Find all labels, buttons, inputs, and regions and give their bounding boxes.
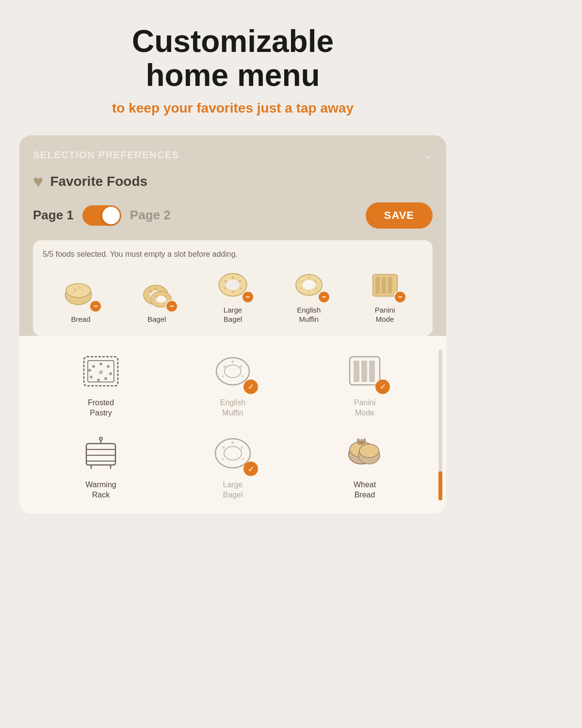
svg-point-69 xyxy=(223,447,225,449)
avail-english-muffin-label: EnglishMuffin xyxy=(220,398,245,418)
save-button[interactable]: SAVE xyxy=(366,202,433,229)
svg-point-70 xyxy=(232,442,234,444)
selected-bread[interactable]: − Bread xyxy=(43,277,119,324)
page-toggle[interactable] xyxy=(82,205,121,226)
svg-point-73 xyxy=(222,458,224,460)
bagel-label: Bagel xyxy=(147,314,166,324)
svg-point-39 xyxy=(92,365,95,368)
svg-point-30 xyxy=(315,287,317,289)
frosted-pastry-icon-wrap xyxy=(77,349,125,393)
avail-large-bagel[interactable]: ✓ LargeBagel xyxy=(171,431,295,500)
warming-rack-icon-wrap xyxy=(77,431,125,475)
bread-label: Bread xyxy=(71,314,90,324)
selected-english-muffin[interactable]: − EnglishMuffin xyxy=(271,267,347,324)
svg-point-1 xyxy=(66,284,91,298)
panini-check: ✓ xyxy=(375,380,390,394)
svg-point-50 xyxy=(224,365,226,367)
available-panel: FrostedPastry ✓ EnglishMuffin xyxy=(19,336,446,514)
page2-label: Page 2 xyxy=(130,208,171,223)
svg-point-44 xyxy=(97,379,100,381)
remove-large-bagel-button[interactable]: − xyxy=(242,291,254,303)
remove-panini-button[interactable]: − xyxy=(394,291,406,303)
svg-point-29 xyxy=(314,280,317,282)
svg-point-53 xyxy=(242,375,243,377)
page-title: Customizable home menu xyxy=(132,24,334,93)
svg-rect-34 xyxy=(375,277,380,293)
avail-english-muffin[interactable]: ✓ EnglishMuffin xyxy=(171,349,295,418)
large-bagel-icon-wrap: − xyxy=(213,267,252,301)
avail-panini-icon-wrap: ✓ xyxy=(340,349,389,393)
chevron-down-icon[interactable]: ⌄ xyxy=(424,149,433,162)
svg-point-2 xyxy=(74,288,77,291)
avail-frosted-pastry[interactable]: FrostedPastry xyxy=(39,349,163,418)
wheat-bread-svg xyxy=(343,434,387,473)
heart-icon: ♥ xyxy=(33,171,43,192)
svg-point-16 xyxy=(164,296,166,298)
remove-bread-button[interactable]: − xyxy=(89,300,102,313)
controls-row: Page 1 Page 2 SAVE xyxy=(33,202,433,229)
toggle-thumb xyxy=(102,207,120,224)
svg-point-52 xyxy=(240,365,242,367)
scrollbar[interactable] xyxy=(438,349,442,500)
svg-point-15 xyxy=(156,296,158,298)
remove-bagel-button[interactable]: − xyxy=(165,300,178,313)
avail-warming-rack[interactable]: WarmingRack xyxy=(39,431,163,500)
svg-point-21 xyxy=(239,280,241,282)
svg-point-71 xyxy=(241,447,243,449)
svg-rect-36 xyxy=(388,277,392,293)
favorite-row: ♥ Favorite Foods xyxy=(33,171,433,192)
selected-foods-row: − Bread xyxy=(43,267,423,324)
panini-mode-label: PaniniMode xyxy=(375,305,395,324)
selected-large-bagel[interactable]: − LargeBagel xyxy=(195,267,271,324)
avail-english-muffin-icon-wrap: ✓ xyxy=(209,349,257,393)
svg-point-20 xyxy=(231,277,234,279)
bagel-icon-wrap: − xyxy=(137,277,176,311)
svg-rect-57 xyxy=(361,361,367,382)
panini-icon-wrap: − xyxy=(366,267,404,301)
svg-point-42 xyxy=(109,372,112,375)
selected-bagel[interactable]: − Bagel xyxy=(119,277,195,324)
wheat-bread-icon-wrap xyxy=(340,431,389,475)
svg-point-45 xyxy=(90,376,93,379)
section-header: SELECTION PREFERENCES ⌄ xyxy=(33,149,433,162)
english-muffin-check: ✓ xyxy=(243,380,258,394)
avail-wheat-bread[interactable]: WheatBread xyxy=(303,431,427,500)
frosted-pastry-svg xyxy=(79,352,123,391)
svg-point-31 xyxy=(301,287,303,289)
page1-label: Page 1 xyxy=(33,208,74,223)
svg-point-43 xyxy=(104,377,107,380)
large-bagel-check: ✓ xyxy=(243,462,258,476)
svg-point-4 xyxy=(82,290,84,292)
scrollbar-track xyxy=(438,349,442,500)
svg-point-46 xyxy=(88,369,91,372)
frosted-pastry-label: FrostedPastry xyxy=(88,398,114,418)
avail-panini-mode[interactable]: ✓ PaniniMode xyxy=(303,349,427,418)
main-card: SELECTION PREFERENCES ⌄ ♥ Favorite Foods… xyxy=(19,135,446,514)
favorite-label: Favorite Foods xyxy=(50,174,147,189)
large-bagel-label: LargeBagel xyxy=(224,305,242,324)
avail-large-bagel-icon-wrap: ✓ xyxy=(209,431,257,475)
section-title: SELECTION PREFERENCES xyxy=(33,149,179,161)
bread-icon-wrap: − xyxy=(61,277,100,311)
svg-point-8 xyxy=(149,290,152,293)
warming-rack-svg xyxy=(79,434,123,473)
svg-point-66 xyxy=(99,437,102,440)
svg-point-23 xyxy=(232,291,234,293)
svg-point-9 xyxy=(155,288,157,290)
svg-rect-59 xyxy=(86,444,115,465)
selected-panini-mode[interactable]: − PaniniMode xyxy=(347,267,423,324)
svg-point-80 xyxy=(359,444,379,458)
subtitle: to keep your favorites just a tap away xyxy=(112,100,354,116)
english-muffin-icon-wrap: − xyxy=(290,267,328,301)
svg-point-22 xyxy=(240,287,242,290)
wheat-bread-label: WheatBread xyxy=(354,480,376,500)
svg-point-3 xyxy=(79,287,81,289)
remove-english-muffin-button[interactable]: − xyxy=(318,291,330,303)
selected-info: 5/5 foods selected. You must empty a slo… xyxy=(43,250,423,259)
svg-point-32 xyxy=(308,291,310,293)
english-muffin-label: EnglishMuffin xyxy=(297,305,321,324)
svg-rect-35 xyxy=(381,277,386,293)
svg-point-47 xyxy=(99,370,103,374)
svg-point-27 xyxy=(301,280,304,282)
selected-panel: 5/5 foods selected. You must empty a slo… xyxy=(33,240,433,336)
